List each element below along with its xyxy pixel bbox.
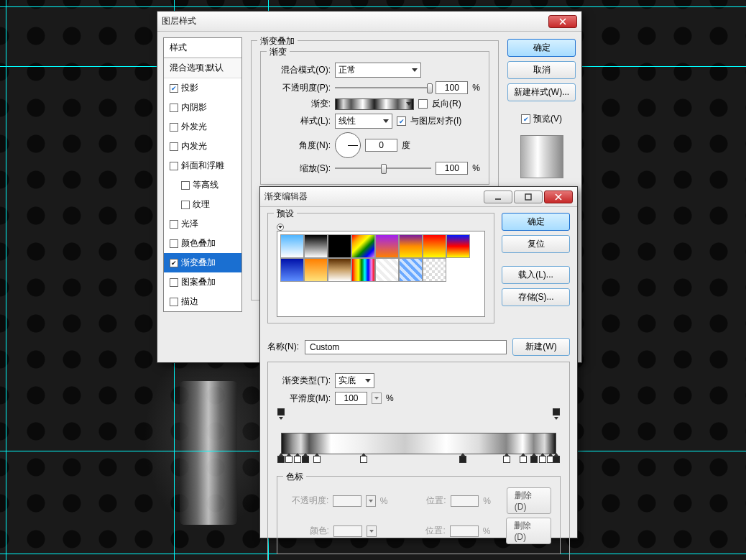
style-item-checkbox[interactable] — [170, 104, 178, 112]
blend-options-default[interactable]: 混合选项:默认 — [164, 58, 241, 78]
opacity-stop[interactable] — [553, 408, 560, 417]
maximize-icon[interactable] — [514, 191, 543, 203]
scale-value[interactable]: 100 — [436, 162, 468, 175]
smoothness-arrow-icon[interactable] — [372, 393, 382, 404]
chevron-down-icon — [383, 119, 389, 123]
gradient-bar[interactable] — [281, 433, 556, 454]
style-item-4[interactable]: 斜面和浮雕 — [164, 156, 241, 175]
name-input[interactable]: Custom — [305, 340, 507, 354]
smoothness-value[interactable]: 100 — [335, 392, 367, 405]
style-item-checkbox[interactable] — [170, 220, 178, 229]
save-button[interactable]: 存储(S)... — [502, 288, 570, 306]
ok-button[interactable]: 确定 — [502, 213, 570, 231]
style-item-checkbox[interactable] — [181, 201, 190, 209]
style-item-8[interactable]: 颜色叠加 — [164, 234, 241, 253]
presets-grid — [277, 231, 485, 317]
close-icon[interactable] — [544, 191, 573, 203]
presets-menu-icon[interactable] — [277, 224, 284, 231]
gradient-editor-titlebar[interactable]: 渐变编辑器 — [260, 187, 577, 207]
angle-unit: 度 — [402, 139, 410, 152]
new-style-button[interactable]: 新建样式(W)... — [507, 83, 576, 101]
ok-button[interactable]: 确定 — [507, 39, 576, 57]
layer-style-titlebar[interactable]: 图层样式 — [157, 12, 581, 32]
preset-swatch[interactable] — [328, 258, 351, 282]
color-stop[interactable] — [530, 456, 538, 464]
opacity-stop[interactable] — [277, 408, 285, 417]
preset-swatch[interactable] — [351, 234, 375, 258]
style-item-checkbox[interactable] — [181, 181, 190, 190]
gradient-picker[interactable] — [335, 98, 414, 110]
load-button[interactable]: 载入(L)... — [502, 266, 570, 284]
cs-position-label: 位置: — [418, 495, 446, 507]
color-stop[interactable] — [277, 456, 285, 464]
style-item-checkbox[interactable] — [170, 123, 178, 132]
style-item-checkbox[interactable] — [170, 298, 178, 306]
preset-swatch[interactable] — [280, 234, 304, 258]
cs-color-arrow — [367, 525, 377, 537]
style-item-7[interactable]: 光泽 — [164, 214, 241, 234]
style-item-2[interactable]: 外发光 — [164, 117, 241, 137]
style-item-checkbox[interactable] — [170, 142, 178, 151]
preset-swatch[interactable] — [304, 234, 328, 258]
opacity-value[interactable]: 100 — [436, 81, 468, 94]
color-stops-label: 色标 — [283, 471, 306, 483]
style-select[interactable]: 线性 — [335, 114, 392, 129]
style-item-checkbox[interactable] — [170, 84, 178, 93]
style-item-11[interactable]: 描边 — [164, 292, 241, 311]
close-icon[interactable] — [548, 15, 577, 28]
minimize-icon[interactable] — [484, 191, 512, 203]
color-stop[interactable] — [503, 456, 510, 464]
style-item-0[interactable]: 投影 — [164, 78, 241, 98]
color-stop[interactable] — [285, 456, 293, 464]
style-item-checkbox[interactable] — [170, 239, 178, 248]
styles-header[interactable]: 样式 — [164, 38, 241, 58]
preset-swatch[interactable] — [328, 234, 351, 258]
preset-swatch[interactable] — [423, 258, 446, 282]
preset-swatch[interactable] — [399, 258, 423, 282]
reset-button[interactable]: 复位 — [502, 235, 570, 253]
style-item-checkbox[interactable] — [170, 162, 178, 170]
opacity-label: 不透明度(P): — [270, 82, 331, 94]
preset-swatch[interactable] — [304, 258, 328, 282]
gradient-type-fieldset: 渐变类型(T): 实底 平滑度(M): 100 % 色标 不透明度: % — [267, 362, 570, 560]
styles-list: 样式 混合选项:默认 投影内阴影外发光内发光斜面和浮雕等高线纹理光泽颜色叠加渐变… — [163, 37, 242, 312]
style-item-checkbox[interactable] — [170, 259, 178, 267]
preset-swatch[interactable] — [446, 234, 470, 258]
preset-swatch[interactable] — [399, 234, 423, 258]
preset-swatch[interactable] — [375, 234, 399, 258]
new-button[interactable]: 新建(W) — [512, 338, 570, 356]
color-stop[interactable] — [313, 456, 321, 464]
preset-swatch[interactable] — [423, 234, 446, 258]
color-stop[interactable] — [553, 456, 560, 464]
style-item-6[interactable]: 纹理 — [164, 195, 241, 214]
style-item-9[interactable]: 渐变叠加 — [164, 253, 241, 272]
style-item-10[interactable]: 图案叠加 — [164, 272, 241, 292]
color-stop[interactable] — [459, 456, 466, 464]
delete-button: 删除(D) — [506, 518, 551, 544]
angle-dial[interactable] — [335, 132, 361, 158]
gradient-type-select[interactable]: 实底 — [335, 373, 374, 388]
preset-swatch[interactable] — [280, 258, 304, 282]
color-stop[interactable] — [302, 456, 309, 464]
angle-value[interactable]: 0 — [365, 139, 397, 152]
style-item-1[interactable]: 内阴影 — [164, 98, 241, 117]
preset-swatch[interactable] — [351, 258, 375, 282]
style-label: 样式(L): — [270, 115, 331, 127]
style-item-checkbox[interactable] — [170, 278, 178, 287]
cancel-button[interactable]: 取消 — [507, 61, 576, 79]
color-stop[interactable] — [360, 456, 367, 464]
reverse-checkbox[interactable] — [418, 99, 428, 109]
opacity-slider[interactable] — [335, 82, 431, 93]
scale-slider[interactable] — [335, 162, 431, 174]
preset-swatch[interactable] — [375, 258, 399, 282]
preview-swatch — [520, 135, 563, 178]
style-item-5[interactable]: 等高线 — [164, 175, 241, 195]
preview-checkbox[interactable] — [521, 114, 530, 124]
color-stop[interactable] — [520, 456, 527, 464]
blend-mode-select[interactable]: 正常 — [335, 63, 421, 78]
reverse-label: 反向(R) — [432, 98, 461, 110]
style-item-3[interactable]: 内发光 — [164, 137, 241, 156]
color-stop[interactable] — [539, 456, 546, 464]
align-checkbox[interactable] — [397, 116, 406, 126]
color-stop[interactable] — [294, 456, 301, 464]
